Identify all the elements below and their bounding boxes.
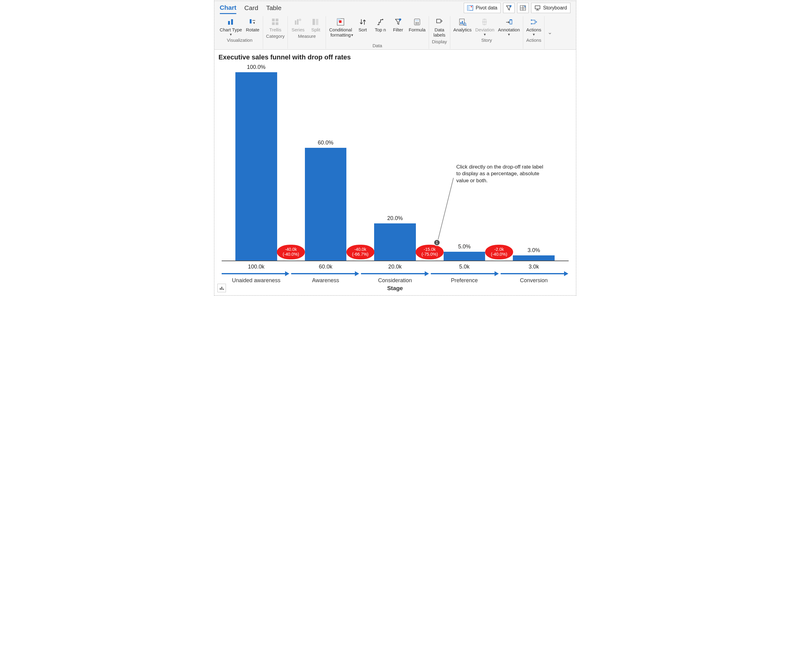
stage-label: Awareness — [291, 277, 361, 284]
svg-rect-48 — [223, 289, 224, 290]
svg-rect-17 — [276, 22, 278, 25]
stage-arrow — [361, 272, 429, 275]
split-button[interactable]: Split — [309, 18, 322, 32]
series-icon — [294, 18, 302, 27]
group-display: Data labels Display — [429, 16, 450, 49]
annotation-button[interactable]: Annotation ▼ — [498, 18, 520, 36]
svg-rect-46 — [220, 288, 221, 290]
svg-rect-21 — [312, 19, 315, 25]
svg-rect-15 — [276, 19, 278, 21]
bar-column: 60.0% — [291, 63, 361, 261]
group-actions: Actions ▼ Actions — [523, 16, 545, 49]
dropoff-label[interactable]: -15.0k(-75.0%) — [416, 245, 444, 259]
group-category: Trellis Category — [263, 16, 288, 49]
stage-arrow — [431, 272, 499, 275]
tab-table[interactable]: Table — [266, 2, 281, 13]
storyboard-button[interactable]: Storyboard — [531, 3, 570, 13]
data-labels-icon — [436, 18, 443, 27]
bar-top-label: 60.0% — [291, 139, 361, 146]
filter-button[interactable]: Filter — [391, 18, 405, 32]
annotation-text[interactable]: Click directly on the drop-off rate labe… — [457, 164, 545, 185]
table-quick-button[interactable] — [517, 3, 529, 13]
svg-rect-47 — [221, 287, 222, 290]
deviation-icon — [481, 18, 489, 27]
tab-chart[interactable]: Chart — [220, 2, 237, 14]
dropoff-label[interactable]: -40.0k(-40.0%) — [277, 245, 305, 259]
pivot-icon — [467, 5, 473, 11]
chart-type-button[interactable]: Chart Type ▼ — [220, 18, 242, 36]
formula-icon — [413, 18, 421, 27]
svg-rect-18 — [295, 21, 296, 25]
value-label: 5.0k — [459, 264, 470, 270]
data-labels-button[interactable]: Data labels — [433, 18, 446, 38]
group-data: Conditional formatting ▼ Sort Top n Filt… — [326, 16, 429, 49]
app-window: Chart Card Table Pivot data Storyboard — [214, 1, 576, 296]
stage-arrow — [222, 272, 290, 275]
analytics-button[interactable]: Analytics — [453, 18, 472, 32]
sort-button[interactable]: Sort — [356, 18, 370, 32]
svg-rect-29 — [415, 20, 419, 21]
svg-point-20 — [299, 19, 301, 21]
plot-area[interactable]: 100.0%60.0%20.0%5.0%3.0%-40.0k(-40.0%)-4… — [222, 63, 569, 261]
pivot-data-button[interactable]: Pivot data — [464, 3, 501, 13]
stage-arrow — [501, 272, 569, 275]
dropoff-label[interactable]: -40.0k(-66.7%) — [346, 245, 374, 259]
sort-icon — [359, 18, 366, 27]
conditional-formatting-icon — [337, 18, 345, 27]
chart-settings-button[interactable] — [217, 284, 226, 292]
funnel-quick-button[interactable] — [503, 3, 515, 13]
x-axis-line — [222, 261, 569, 261]
group-label: Visualization — [227, 37, 252, 43]
deviation-button[interactable]: Deviation ▼ — [475, 18, 495, 36]
analytics-icon — [458, 18, 466, 27]
dropoff-label[interactable]: -2.0k(-40.0%) — [485, 245, 513, 259]
svg-point-26 — [382, 19, 383, 20]
annotation-icon — [505, 18, 513, 27]
chart-title: Executive sales funnel with drop off rat… — [219, 53, 572, 61]
formula-button[interactable]: Formula — [409, 18, 426, 32]
collapse-ribbon-button[interactable]: ⌄ — [545, 29, 555, 36]
group-label: Category — [266, 34, 285, 39]
svg-point-2 — [471, 6, 472, 7]
svg-rect-12 — [231, 19, 233, 25]
series-button[interactable]: Series — [291, 18, 305, 32]
tab-card[interactable]: Card — [244, 2, 258, 13]
bar[interactable] — [374, 223, 416, 261]
rotate-icon — [249, 18, 257, 27]
svg-point-31 — [418, 22, 419, 23]
mini-chart-icon — [219, 286, 224, 290]
value-label: 100.0k — [248, 264, 264, 270]
group-label: Actions — [526, 37, 541, 43]
value-labels-row: 100.0k60.0k20.0k5.0k3.0k — [222, 264, 569, 270]
bar[interactable] — [236, 72, 277, 261]
bar[interactable] — [444, 252, 486, 261]
annotation-marker[interactable]: 1 — [434, 239, 440, 246]
group-visualization: Chart Type ▼ Rotate Visualization — [217, 16, 263, 49]
trellis-button[interactable]: Trellis — [268, 18, 282, 32]
svg-rect-36 — [460, 22, 462, 24]
value-label: 20.0k — [388, 264, 402, 270]
stage-arrow — [291, 272, 359, 275]
svg-rect-25 — [339, 21, 341, 23]
chevron-down-icon: ▼ — [507, 33, 511, 36]
ribbon: Chart Card Table Pivot data Storyboard — [214, 1, 576, 50]
ribbon-groups: Chart Type ▼ Rotate Visualization Trelli… — [214, 15, 576, 50]
rotate-button[interactable]: Rotate — [246, 18, 260, 32]
svg-point-32 — [416, 24, 417, 24]
topn-button[interactable]: Top n — [373, 18, 388, 32]
svg-point-45 — [536, 21, 537, 22]
value-label: 60.0k — [319, 264, 332, 270]
svg-rect-11 — [228, 21, 230, 25]
stage-label: Preference — [429, 277, 499, 284]
svg-point-3 — [510, 5, 511, 7]
table-icon — [520, 5, 526, 11]
svg-point-43 — [531, 19, 532, 21]
svg-point-34 — [440, 21, 441, 22]
bar[interactable] — [305, 148, 347, 261]
svg-rect-16 — [272, 22, 275, 25]
actions-button[interactable]: Actions ▼ — [526, 18, 541, 36]
conditional-formatting-button[interactable]: Conditional formatting ▼ — [329, 18, 352, 42]
ribbon-tabs: Chart Card Table Pivot data Storyboard — [214, 1, 576, 15]
trellis-icon — [271, 18, 279, 27]
svg-rect-37 — [462, 21, 463, 24]
